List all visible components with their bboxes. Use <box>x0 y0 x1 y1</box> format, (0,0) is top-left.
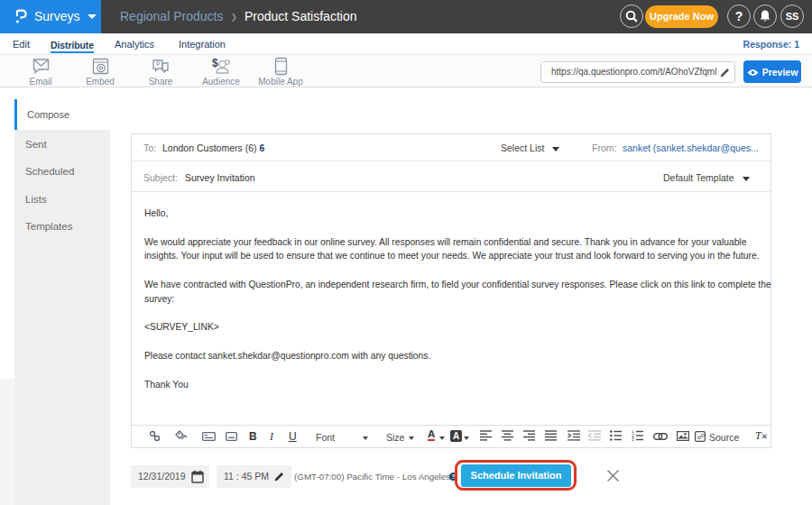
svg-text:$: $ <box>212 57 218 69</box>
svg-text:☍: ☍ <box>697 432 706 441</box>
svg-text:3: 3 <box>632 436 634 441</box>
